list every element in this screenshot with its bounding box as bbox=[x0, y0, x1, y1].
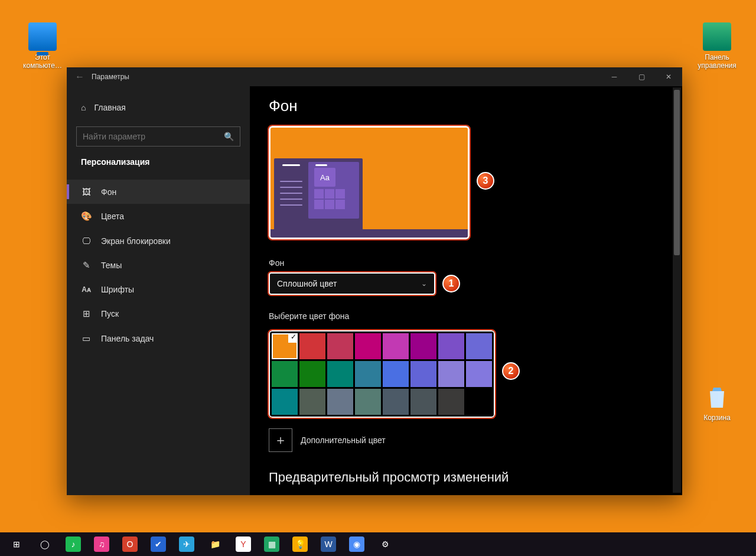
sidebar-item-label: Панель задач bbox=[101, 334, 154, 343]
home-link[interactable]: ⌂ Главная bbox=[67, 97, 250, 118]
taskbar-yandex[interactable]: Y bbox=[230, 532, 256, 556]
monitor-icon bbox=[28, 22, 57, 51]
search-box[interactable]: 🔍 bbox=[76, 126, 240, 147]
color-swatch[interactable] bbox=[327, 333, 353, 359]
color-swatch[interactable] bbox=[438, 361, 464, 387]
themes-icon: ✎ bbox=[81, 260, 92, 271]
keep-icon: 💡 bbox=[292, 537, 308, 552]
desktop-icon-recycle-bin[interactable]: Корзина bbox=[695, 383, 739, 422]
taskbar-telegram[interactable]: ✈ bbox=[174, 532, 200, 556]
sidebar-item-fonts[interactable]: Aᴀ Шрифты bbox=[67, 278, 250, 301]
desktop-icon-control-panel[interactable]: Панель управления bbox=[695, 22, 739, 70]
spotify-icon: ♪ bbox=[66, 537, 81, 552]
sidebar-item-taskbar[interactable]: ▭ Панель задач bbox=[67, 326, 250, 351]
color-swatch[interactable] bbox=[272, 361, 298, 387]
maximize-button[interactable]: ▢ bbox=[628, 67, 655, 86]
cortana-icon: ◯ bbox=[37, 537, 53, 552]
color-swatch[interactable] bbox=[410, 333, 436, 359]
sidebar-item-start[interactable]: ⊞ Пуск bbox=[67, 301, 250, 326]
opera-icon: O bbox=[122, 537, 138, 552]
taskbar-start[interactable]: ⊞ bbox=[4, 532, 30, 556]
sidebar-item-label: Фон bbox=[101, 187, 116, 197]
sidebar-item-background[interactable]: 🖼 Фон bbox=[67, 180, 250, 204]
search-icon: 🔍 bbox=[224, 132, 234, 141]
color-swatch[interactable] bbox=[383, 361, 409, 387]
sidebar-item-lockscreen[interactable]: 🖵 Экран блокировки bbox=[67, 229, 250, 253]
color-picker-label: Выберите цвет фона bbox=[269, 311, 663, 321]
home-icon: ⌂ bbox=[81, 103, 86, 112]
color-swatch[interactable] bbox=[383, 333, 409, 359]
sidebar-item-label: Пуск bbox=[101, 309, 119, 318]
color-swatch[interactable] bbox=[466, 389, 492, 415]
todo-icon: ✔ bbox=[151, 537, 166, 552]
sidebar-item-label: Экран блокировки bbox=[101, 236, 171, 246]
color-swatch[interactable] bbox=[466, 361, 492, 387]
color-swatch[interactable] bbox=[299, 389, 325, 415]
color-swatch[interactable] bbox=[299, 361, 325, 387]
color-swatch[interactable] bbox=[327, 389, 353, 415]
taskbar-sheets[interactable]: ▦ bbox=[259, 532, 285, 556]
callout-1: 1 bbox=[442, 275, 460, 292]
color-swatch[interactable] bbox=[466, 333, 492, 359]
color-swatch[interactable] bbox=[410, 389, 436, 415]
content-scrollbar[interactable] bbox=[673, 87, 681, 493]
titlebar[interactable]: ← Параметры ─ ▢ ✕ bbox=[67, 67, 682, 86]
chevron-down-icon: ⌄ bbox=[421, 279, 427, 288]
taskbar-itunes[interactable]: ♫ bbox=[89, 532, 115, 556]
taskbar-cortana[interactable]: ◯ bbox=[32, 532, 58, 556]
color-swatch[interactable] bbox=[272, 333, 298, 359]
taskbar-opera[interactable]: O bbox=[117, 532, 143, 556]
color-swatch[interactable] bbox=[272, 389, 298, 415]
desktop-icon-label: Корзина bbox=[695, 414, 739, 422]
start-icon: ⊞ bbox=[81, 308, 92, 319]
itunes-icon: ♫ bbox=[94, 537, 109, 552]
color-swatch[interactable] bbox=[355, 333, 381, 359]
taskbar-todo[interactable]: ✔ bbox=[145, 532, 171, 556]
color-swatch[interactable] bbox=[355, 389, 381, 415]
settings-icon: ⚙ bbox=[377, 537, 393, 552]
taskbar-explorer[interactable]: 📁 bbox=[202, 532, 228, 556]
background-preview: Aa bbox=[269, 126, 470, 239]
sidebar-item-label: Цвета bbox=[101, 212, 124, 221]
sidebar-category: Персонализация bbox=[67, 157, 250, 180]
taskbar-word[interactable]: W bbox=[315, 532, 341, 556]
taskbar: ⊞◯♪♫O✔✈📁Y▦💡W◉⚙ bbox=[0, 532, 756, 556]
word-icon: W bbox=[321, 537, 336, 552]
taskbar-settings[interactable]: ⚙ bbox=[372, 532, 398, 556]
color-swatch[interactable] bbox=[438, 333, 464, 359]
sidebar-item-themes[interactable]: ✎ Темы bbox=[67, 253, 250, 278]
callout-2: 2 bbox=[502, 362, 520, 380]
telegram-icon: ✈ bbox=[179, 537, 194, 552]
home-label: Главная bbox=[94, 103, 125, 112]
color-swatch[interactable] bbox=[299, 333, 325, 359]
picture-icon: 🖼 bbox=[81, 187, 92, 197]
background-type-dropdown[interactable]: Сплошной цвет ⌄ bbox=[269, 272, 435, 295]
custom-color-button[interactable]: ＋ Дополнительный цвет bbox=[269, 428, 663, 452]
desktop-icon-label: Панель управления bbox=[695, 53, 739, 70]
taskbar-chrome[interactable]: ◉ bbox=[344, 532, 370, 556]
dropdown-value: Сплошной цвет bbox=[277, 279, 337, 288]
color-swatch[interactable] bbox=[410, 361, 436, 387]
explorer-icon: 📁 bbox=[207, 537, 223, 552]
taskbar-icon: ▭ bbox=[81, 333, 92, 344]
fonts-icon: Aᴀ bbox=[81, 285, 92, 294]
preview-changes-heading: Предварительный просмотр изменений bbox=[269, 470, 663, 485]
color-swatch[interactable] bbox=[383, 389, 409, 415]
taskbar-spotify[interactable]: ♪ bbox=[60, 532, 86, 556]
color-swatch[interactable] bbox=[355, 361, 381, 387]
minimize-button[interactable]: ─ bbox=[601, 67, 628, 86]
page-heading: Фон bbox=[269, 97, 663, 115]
back-button[interactable]: ← bbox=[71, 69, 88, 85]
sheets-icon: ▦ bbox=[264, 537, 279, 552]
search-input[interactable] bbox=[83, 132, 224, 141]
desktop-icon-label: Этот компьюте… bbox=[20, 53, 65, 70]
scrollbar-thumb[interactable] bbox=[674, 90, 680, 255]
settings-window: ← Параметры ─ ▢ ✕ ⌂ Главная 🔍 Персонализ… bbox=[67, 67, 682, 495]
close-button[interactable]: ✕ bbox=[655, 67, 682, 86]
yandex-icon: Y bbox=[236, 537, 251, 552]
taskbar-keep[interactable]: 💡 bbox=[287, 532, 313, 556]
color-swatch[interactable] bbox=[438, 389, 464, 415]
color-swatch[interactable] bbox=[327, 361, 353, 387]
desktop-icon-this-pc[interactable]: Этот компьюте… bbox=[20, 22, 65, 70]
sidebar-item-colors[interactable]: 🎨 Цвета bbox=[67, 204, 250, 229]
